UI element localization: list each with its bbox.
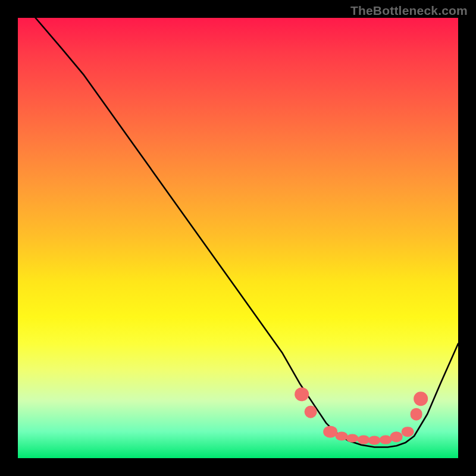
- chart-marker: [336, 432, 348, 441]
- chart-marker: [295, 387, 309, 402]
- chart-marker: [346, 434, 359, 443]
- chart-plot-area: [18, 18, 458, 458]
- chart-marker: [402, 427, 414, 437]
- chart-marker: [305, 406, 317, 418]
- chart-marker: [410, 408, 422, 421]
- chart-marker: [390, 432, 403, 443]
- chart-marker: [414, 392, 428, 406]
- watermark-text: TheBottleneck.com: [350, 4, 468, 18]
- chart-frame: [18, 18, 458, 458]
- chart-marker: [368, 436, 381, 445]
- chart-markers: [18, 18, 458, 458]
